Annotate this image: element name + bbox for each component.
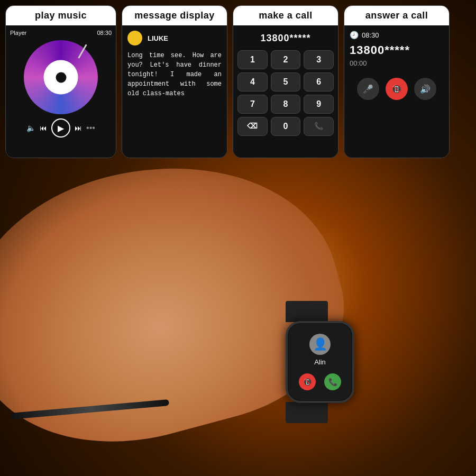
answer-time: 08:30 [362,31,379,39]
watch-band-bottom [286,402,328,423]
clock-icon: 🕗 [350,31,359,39]
dialpad-backspace[interactable]: ⌫ [237,117,268,136]
message-sender: LIUKE [148,34,168,42]
dialpad-9[interactable]: 9 [304,95,334,114]
music-disc [24,40,98,114]
dialpad-5[interactable]: 5 [271,72,301,91]
dialpad: 1 2 3 4 5 6 7 8 9 ⌫ 0 📞 [237,50,334,136]
dialpad-2[interactable]: 2 [271,50,301,69]
dialpad-1[interactable]: 1 [237,50,268,69]
watch-decline-button[interactable]: 📵 [299,373,316,390]
music-time: 08:30 [97,30,112,36]
watch-accept-button[interactable]: 📞 [324,373,341,390]
dialpad-4[interactable]: 4 [237,72,268,91]
answer-buttons: 🎤 📵 🔊 [350,78,444,100]
call-screen: 13800***** 1 2 3 4 5 6 7 8 9 ⌫ 0 📞 [233,25,338,158]
answer-call-panel: answer a call 🕗 08:30 13800***** 00:00 🎤… [344,5,450,158]
watch-container: 👤 Alin 📵 📞 [286,301,354,423]
message-screen: LIUKE Long time see. How are you? Let's … [122,25,227,158]
play-music-panel: play music Player 08:30 🔈 ⏮ ▶ ⏭ ••• [5,5,116,158]
music-top-bar: Player 08:30 [10,30,112,36]
watch-avatar: 👤 [309,334,331,355]
music-player-label: Player [10,30,26,36]
play-music-header: play music [6,6,116,25]
volume-icon[interactable]: 🔈 [26,124,35,132]
disc-center [44,60,78,95]
dialpad-8[interactable]: 8 [271,95,301,114]
answer-time-row: 🕗 08:30 [350,31,444,39]
disc-hole [56,72,66,83]
make-call-panel: make a call 13800***** 1 2 3 4 5 6 7 8 9… [233,5,338,158]
play-music-title: play music [35,10,87,21]
answer-call-header: answer a call [344,6,449,25]
message-display-header: message display [122,6,227,25]
answer-screen: 🕗 08:30 13800***** 00:00 🎤 📵 🔊 [344,25,449,158]
message-avatar [127,31,142,45]
answer-duration: 00:00 [350,59,444,67]
message-body: Long time see. How are you? Let's have d… [127,51,222,98]
mute-button[interactable]: 🎤 [357,78,379,100]
music-controls: 🔈 ⏮ ▶ ⏭ ••• [10,118,112,138]
person-icon: 👤 [313,337,327,351]
watch-call-buttons: 📵 📞 [299,373,341,390]
message-header-row: LIUKE [127,31,222,45]
call-number: 13800***** [237,30,334,47]
dialpad-3[interactable]: 3 [304,50,334,69]
dialpad-call[interactable]: 📞 [304,117,334,136]
play-button[interactable]: ▶ [51,118,70,138]
next-icon[interactable]: ⏭ [75,124,82,132]
speaker-button[interactable]: 🔊 [414,78,436,100]
make-call-header: make a call [233,6,338,25]
message-display-panel: message display LIUKE Long time see. How… [122,5,227,158]
dialpad-6[interactable]: 6 [304,72,334,91]
more-icon[interactable]: ••• [86,123,95,133]
watch-screen: 👤 Alin 📵 📞 [288,324,352,400]
answer-call-title: answer a call [365,10,428,21]
panels-row: play music Player 08:30 🔈 ⏮ ▶ ⏭ ••• [5,5,471,158]
answer-number: 13800***** [350,43,444,57]
watch-caller-name: Alin [314,358,326,366]
music-screen: Player 08:30 🔈 ⏮ ▶ ⏭ ••• [6,25,116,158]
prev-icon[interactable]: ⏮ [40,124,47,132]
dialpad-0[interactable]: 0 [271,117,301,136]
end-call-button[interactable]: 📵 [386,78,408,100]
dialpad-7[interactable]: 7 [237,95,268,114]
watch-band-top [286,301,328,322]
make-call-title: make a call [259,10,313,21]
message-display-title: message display [134,10,215,21]
watch-body: 👤 Alin 📵 📞 [286,321,354,403]
